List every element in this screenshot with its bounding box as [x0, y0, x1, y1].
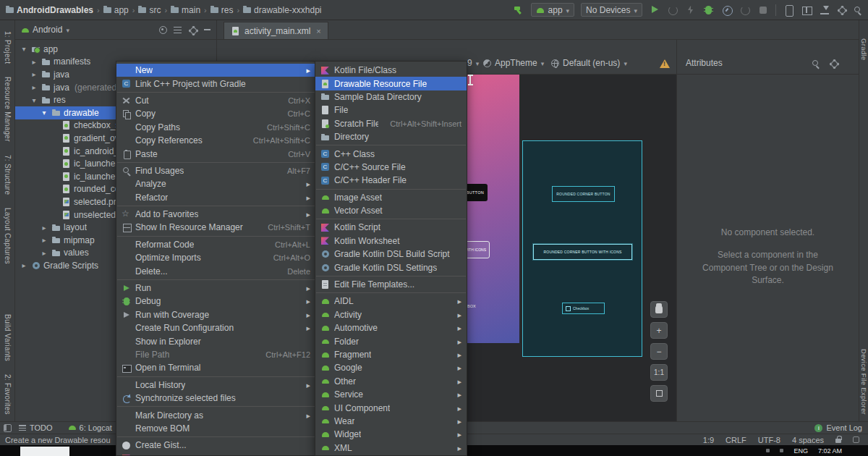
menu-item-show-in-resource-manager[interactable]: Show In Resource ManagerCtrl+Shift+T [116, 221, 315, 234]
submenu-item-c-class[interactable]: C++ Class [315, 147, 467, 160]
menu-item-link-c-project-with-gradle[interactable]: Link C++ Project with Gradle [116, 77, 315, 90]
menu-item-run[interactable]: Run [116, 282, 315, 295]
tree-chevron-down-icon[interactable]: ▾ [30, 96, 38, 104]
tree-chevron-right-icon[interactable]: ▸ [30, 70, 38, 78]
tool-window-button-7-structure[interactable]: 7: Structure [4, 155, 12, 195]
menu-item-optimize-imports[interactable]: Optimize ImportsCtrl+Alt+O [116, 251, 315, 264]
theme-dropdown[interactable]: AppTheme [483, 58, 544, 68]
tool-window-button-resource-manager[interactable]: Resource Manager [4, 77, 12, 142]
zoom-ratio-button[interactable]: 1:1 [650, 364, 668, 381]
tree-chevron-down-icon[interactable]: ▾ [20, 45, 28, 53]
sdk-manager-icon[interactable] [819, 4, 830, 16]
menu-item-copy-references[interactable]: Copy ReferencesCtrl+Alt+Shift+C [116, 134, 315, 147]
blueprint-checkbox[interactable]: Checkbox [562, 303, 605, 314]
attach-debugger-icon[interactable] [739, 4, 751, 16]
menu-item-remove-bom[interactable]: Remove BOM [116, 422, 315, 435]
make-project-icon[interactable] [513, 4, 524, 16]
submenu-item-edit-file-templates[interactable]: Edit File Templates... [315, 278, 467, 291]
menu-item-cut[interactable]: CutCtrl+X [116, 94, 315, 107]
tool-window-toggle-icon[interactable] [4, 424, 12, 432]
menu-item-copy[interactable]: CopyCtrl+C [116, 107, 315, 120]
preview-checkbox-label[interactable]: BOX [467, 304, 476, 308]
tree-chevron-right-icon[interactable]: ▸ [30, 83, 38, 91]
submenu-item-directory[interactable]: Directory [315, 130, 467, 143]
taskbar-language[interactable]: ENG [793, 447, 808, 455]
locale-dropdown[interactable]: Default (en-us) [551, 58, 627, 68]
chevron-down-icon[interactable] [66, 25, 69, 35]
file-encoding[interactable]: UTF-8 [758, 436, 780, 444]
breadcrumb-item-app[interactable]: app [103, 5, 129, 15]
submenu-item-gradle-kotlin-dsl-settings[interactable]: Gradle Kotlin DSL Settings [315, 261, 467, 274]
menu-item-refactor[interactable]: Refactor [116, 191, 315, 204]
tree-chevron-right-icon[interactable]: ▸ [40, 249, 48, 257]
submenu-item-drawable-resource-file[interactable]: Drawable Resource File [315, 77, 467, 90]
settings-gear-icon[interactable] [837, 5, 846, 14]
lock-icon[interactable] [835, 439, 841, 443]
zoom-in-button[interactable]: + [650, 322, 668, 339]
menu-item-paste[interactable]: PasteCtrl+V [116, 147, 315, 160]
submenu-item-sample-data-directory[interactable]: Sample Data Directory [315, 90, 467, 104]
submenu-item-fragment[interactable]: Fragment [315, 348, 467, 361]
tree-chevron-right-icon[interactable]: ▸ [40, 236, 48, 244]
locate-file-icon[interactable] [159, 26, 167, 34]
breadcrumb-item-src[interactable]: src [138, 5, 161, 15]
run-config-dropdown[interactable]: app [531, 3, 575, 17]
submenu-item-c-c-header-file[interactable]: C/C++ Header File [315, 174, 467, 187]
menu-item-copy-paths[interactable]: Copy PathsCtrl+Shift+C [116, 121, 315, 134]
project-view-selector[interactable]: Android [33, 25, 62, 35]
close-tab-icon[interactable]: × [316, 27, 320, 35]
submenu-item-kotlin-file-class[interactable]: Kotlin File/Class [315, 64, 467, 77]
menu-item-synchronize-selected-files[interactable]: Synchronize selected files [116, 392, 315, 405]
tool-window-button-1-project[interactable]: 1: Project [4, 31, 12, 64]
tree-item-app[interactable]: ▾app [15, 43, 216, 56]
tool-window-button-2-favorites[interactable]: 2: Favorites [4, 374, 12, 415]
submenu-item-xml[interactable]: XML [315, 442, 467, 455]
tree-chevron-right-icon[interactable]: ▸ [20, 261, 28, 269]
taskbar-search-box[interactable] [20, 447, 69, 456]
menu-item-reformat-code[interactable]: Reformat CodeCtrl+Alt+L [116, 238, 315, 251]
menu-item-add-to-favorites[interactable]: Add to Favorites [116, 208, 315, 221]
menu-item-create-run-configuration[interactable]: Create Run Configuration [116, 321, 315, 334]
search-icon[interactable] [811, 59, 820, 68]
submenu-item-aidl[interactable]: AIDL [315, 295, 467, 308]
tool-window-button-gradle[interactable]: Gradle [860, 38, 868, 60]
debug-button[interactable] [703, 4, 715, 16]
submenu-item-automotive[interactable]: Automotive [315, 321, 467, 334]
tool-window-button-device-file-explorer[interactable]: Device File Explorer [860, 349, 868, 415]
search-everywhere-icon[interactable] [853, 5, 862, 14]
submenu-item-service[interactable]: Service [315, 388, 467, 401]
breadcrumb-item-res[interactable]: res [210, 5, 234, 15]
indent-setting[interactable]: 4 spaces [792, 436, 824, 444]
submenu-item-kotlin-worksheet[interactable]: Kotlin Worksheet [315, 235, 467, 248]
tool-window-button-layout-captures[interactable]: Layout Captures [4, 208, 12, 264]
run-button[interactable] [649, 4, 660, 16]
breadcrumb-item-main[interactable]: main [171, 5, 200, 15]
menu-item-create-gist[interactable]: Create Gist... [116, 439, 315, 452]
zoom-out-button[interactable]: − [650, 343, 668, 360]
submenu-item-c-c-source-file[interactable]: C/C++ Source File [315, 161, 467, 174]
blueprint-button[interactable]: ROUNDED CORNER BUTTON [552, 186, 615, 202]
apply-changes-icon[interactable] [667, 4, 678, 16]
menu-item-show-in-explorer[interactable]: Show in Explorer [116, 334, 315, 347]
submenu-item-image-asset[interactable]: Image Asset [315, 191, 467, 204]
submenu-item-scratch-file[interactable]: Scratch FileCtrl+Alt+Shift+Insert [315, 117, 467, 130]
tree-chevron-right-icon[interactable]: ▸ [40, 224, 48, 232]
menu-item-new[interactable]: New [116, 64, 315, 77]
pan-button[interactable] [650, 301, 668, 318]
event-log-button[interactable]: Event Log [814, 423, 862, 432]
zoom-to-fit-button[interactable] [650, 385, 668, 402]
lint-warning-button[interactable] [660, 59, 670, 68]
menu-item-debug[interactable]: Debug [116, 295, 315, 308]
tool-window-button-build-variants[interactable]: Build Variants [4, 314, 12, 361]
menu-item-find-usages[interactable]: Find UsagesAlt+F7 [116, 164, 315, 177]
submenu-item-wear[interactable]: Wear [315, 415, 467, 428]
caret-position[interactable]: 1:9 [703, 436, 714, 444]
line-ending[interactable]: CRLF [726, 436, 746, 444]
device-dropdown[interactable]: No Devices [581, 3, 642, 17]
tab-activity-main-xml[interactable]: activity_main.xml × [224, 22, 328, 39]
taskbar-clock[interactable]: 7:02 AM [818, 447, 842, 455]
gear-icon[interactable] [829, 59, 838, 68]
breadcrumb-item-drawable-xxxhdpi[interactable]: drawable-xxxhdpi [243, 5, 321, 15]
menu-item-open-in-terminal[interactable]: Open in Terminal [116, 361, 315, 374]
blueprint-button-with-icons[interactable]: ROUNDED CORNER BUTTON WITH ICONS [533, 244, 632, 260]
